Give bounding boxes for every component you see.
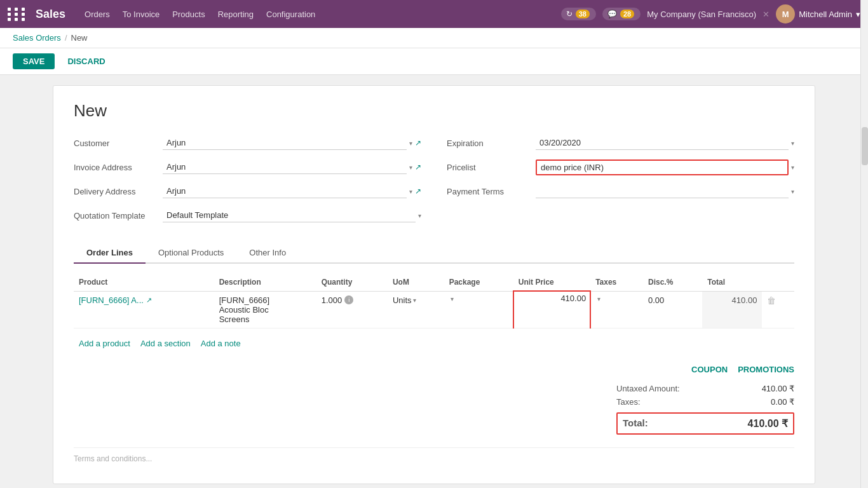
main-nav: Orders To Invoice Products Reporting Con…	[85, 10, 561, 19]
terms-placeholder[interactable]: Terms and conditions...	[74, 454, 152, 463]
quotation-template-label: Quotation Template	[74, 211, 163, 220]
quotation-template-input[interactable]	[163, 208, 416, 222]
uom-chevron-icon[interactable]: ▾	[413, 297, 416, 304]
add-links: Add a product Add a section Add a note	[74, 335, 794, 352]
col-quantity: Quantity	[316, 274, 388, 291]
customer-external-link-icon[interactable]: ↗	[415, 139, 421, 147]
action-bar: SAVE DISCARD	[0, 48, 868, 75]
delivery-address-field: ▾ ↗	[163, 184, 421, 198]
col-uom: UoM	[388, 274, 444, 291]
add-section-link[interactable]: Add a section	[140, 339, 191, 348]
breadcrumb: Sales Orders / New	[0, 28, 868, 48]
col-actions	[762, 274, 794, 291]
main-content: New Customer ▾ ↗ Invoice Address	[0, 75, 868, 488]
scrollbar-thumb[interactable]	[862, 127, 868, 165]
product-external-link-icon[interactable]: ↗	[146, 296, 152, 304]
promotions-link[interactable]: PROMOTIONS	[738, 365, 794, 374]
tab-order-lines[interactable]: Order Lines	[74, 243, 146, 264]
expiration-label: Expiration	[447, 139, 536, 148]
row-delete-icon[interactable]: 🗑	[767, 295, 776, 306]
nav-orders[interactable]: Orders	[85, 10, 110, 19]
col-package: Package	[444, 274, 513, 291]
refresh-badge-button[interactable]: ↻ 38	[561, 8, 596, 20]
quantity-value[interactable]: 1.000	[322, 295, 342, 305]
apps-menu-button[interactable]	[8, 8, 27, 21]
invoice-address-external-link-icon[interactable]: ↗	[415, 163, 421, 172]
row-delete-cell: 🗑	[762, 291, 794, 328]
uom-value: Units	[393, 295, 412, 305]
quotation-template-row: Quotation Template ▾	[74, 206, 421, 225]
customer-row: Customer ▾ ↗	[74, 133, 421, 152]
coupon-links: COUPON PROMOTIONS	[691, 365, 794, 374]
tab-other-info[interactable]: Other Info	[236, 243, 299, 264]
col-taxes: Taxes	[590, 274, 643, 291]
pricelist-row: Pricelist ▾	[447, 158, 794, 177]
invoice-address-chevron-icon: ▾	[409, 164, 412, 171]
unit-price-cell[interactable]: 410.00	[513, 291, 590, 328]
delivery-address-label: Delivery Address	[74, 187, 163, 196]
pricelist-chevron-icon: ▾	[791, 164, 794, 171]
delivery-address-external-link-icon[interactable]: ↗	[415, 187, 421, 196]
taxes-chevron-icon[interactable]: ▾	[597, 295, 600, 302]
chat-count: 28	[620, 10, 634, 18]
pricelist-input[interactable]	[536, 159, 789, 175]
chat-badge-button[interactable]: 💬 28	[602, 8, 641, 20]
payment-terms-row: Payment Terms ▾	[447, 182, 794, 201]
invoice-address-label: Invoice Address	[74, 163, 163, 172]
disc-cell[interactable]: 0.00	[643, 291, 702, 328]
scrollbar[interactable]	[860, 0, 868, 488]
description-line3: Screens	[219, 315, 311, 324]
add-note-link[interactable]: Add a note	[201, 339, 241, 348]
breadcrumb-parent-link[interactable]: Sales Orders	[13, 33, 61, 43]
nav-products[interactable]: Products	[172, 10, 205, 19]
col-unit-price: Unit Price	[513, 274, 590, 291]
payment-terms-chevron-icon: ▾	[791, 188, 794, 195]
expiration-field: ▾	[536, 136, 794, 150]
totals-table: Untaxed Amount: 410.00 ₹ Taxes: 0.00 ₹ T…	[616, 382, 794, 435]
total-final-row: Total: 410.00 ₹	[616, 412, 794, 435]
nav-to-invoice[interactable]: To Invoice	[123, 10, 160, 19]
payment-terms-label: Payment Terms	[447, 187, 536, 196]
untaxed-value: 410.00 ₹	[762, 384, 794, 393]
taxes-label: Taxes:	[616, 397, 641, 407]
add-product-link[interactable]: Add a product	[79, 339, 130, 348]
save-button[interactable]: SAVE	[13, 53, 55, 69]
customer-label: Customer	[74, 139, 163, 148]
nav-reporting[interactable]: Reporting	[218, 10, 254, 19]
col-disc: Disc.%	[643, 274, 702, 291]
form-card: New Customer ▾ ↗ Invoice Address	[53, 85, 815, 484]
quantity-info-icon[interactable]: i	[344, 295, 353, 304]
invoice-address-input[interactable]	[163, 160, 407, 174]
terms-area: Terms and conditions...	[74, 447, 794, 463]
order-table: Product Description Quantity UoM Package…	[74, 274, 794, 329]
product-name[interactable]: [FURN_6666] A...	[79, 295, 144, 305]
delivery-address-input[interactable]	[163, 184, 407, 198]
company-selector[interactable]: My Company (San Francisco)	[647, 10, 756, 19]
customer-input[interactable]	[163, 136, 407, 150]
breadcrumb-current: New	[71, 33, 88, 43]
refresh-count: 38	[576, 10, 590, 18]
description-line2: Acoustic Bloc	[219, 305, 311, 315]
table-row: [FURN_6666] A... ↗ [FURN_6666] Acoustic …	[74, 291, 794, 328]
app-title: Sales	[36, 8, 65, 21]
col-description: Description	[214, 274, 316, 291]
form-fields: Customer ▾ ↗ Invoice Address ▾ ↗	[74, 133, 794, 230]
quotation-template-field: ▾	[163, 208, 421, 222]
payment-terms-input[interactable]	[536, 184, 789, 198]
coupon-link[interactable]: COUPON	[691, 365, 728, 374]
package-chevron-icon[interactable]: ▾	[451, 295, 454, 302]
disc-value: 0.00	[648, 295, 664, 305]
discard-button[interactable]: DISCARD	[60, 53, 112, 69]
nav-configuration[interactable]: Configuration	[266, 10, 315, 19]
quantity-cell: 1.000 i	[316, 291, 388, 328]
total-final-label: Total:	[623, 417, 648, 430]
pricelist-field: ▾	[536, 159, 794, 175]
chat-icon: 💬	[607, 10, 617, 18]
topbar-right: ↻ 38 💬 28 My Company (San Francisco) ✕ M…	[561, 4, 860, 24]
form-title: New	[74, 101, 794, 121]
tab-optional-products[interactable]: Optional Products	[146, 243, 236, 264]
expiration-row: Expiration ▾	[447, 133, 794, 152]
expiration-input[interactable]	[536, 136, 789, 150]
totals-section: COUPON PROMOTIONS Untaxed Amount: 410.00…	[74, 365, 794, 435]
user-menu[interactable]: M Mitchell Admin ▾	[776, 4, 860, 24]
